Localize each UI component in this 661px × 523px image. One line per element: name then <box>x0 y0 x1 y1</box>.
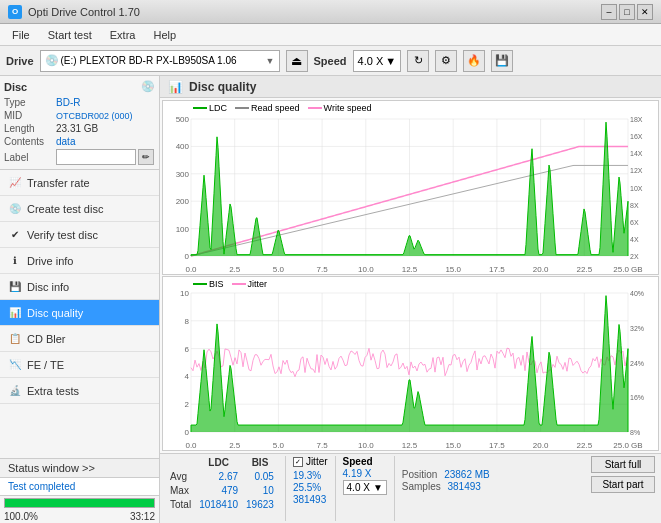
type-value: BD-R <box>56 97 80 108</box>
speed-dropdown-value: 4.0 X <box>347 482 370 493</box>
nav-extra-tests[interactable]: 🔬 Extra tests <box>0 378 159 404</box>
nav-verify-test-disc[interactable]: ✔ Verify test disc <box>0 222 159 248</box>
position-value: 23862 MB <box>444 469 490 480</box>
charts-area: LDC Read speed Write speed <box>160 98 661 453</box>
jitter-checkbox[interactable]: ✓ <box>293 457 303 467</box>
title-bar: O Opti Drive Control 1.70 – □ ✕ <box>0 0 661 24</box>
type-label: Type <box>4 97 56 108</box>
ldc-legend: LDC Read speed Write speed <box>193 103 371 113</box>
jitter-header-row: ✓ Jitter <box>293 456 328 467</box>
speed-label: Speed <box>314 55 347 67</box>
max-bis: 10 <box>242 484 278 498</box>
nav-create-test-disc[interactable]: 💿 Create test disc <box>0 196 159 222</box>
menu-extra[interactable]: Extra <box>102 27 144 43</box>
app-icon: O <box>8 5 22 19</box>
menu-file[interactable]: File <box>4 27 38 43</box>
menu-start-test[interactable]: Start test <box>40 27 100 43</box>
ldc-legend-item: LDC <box>193 103 227 113</box>
read-speed-legend-item: Read speed <box>235 103 300 113</box>
sidebar: Disc 💿 Type BD-R MID OTCBDR002 (000) Len… <box>0 76 160 523</box>
menu-bar: File Start test Extra Help <box>0 24 661 46</box>
settings-button[interactable]: ⚙ <box>435 50 457 72</box>
samples-value: 381493 <box>448 481 481 492</box>
jitter-section: ✓ Jitter 19.3% 25.5% 381493 <box>293 456 328 505</box>
total-bis: 19623 <box>242 498 278 512</box>
divider-3 <box>394 456 395 521</box>
nav-transfer-rate[interactable]: 📈 Transfer rate <box>0 170 159 196</box>
minimize-button[interactable]: – <box>601 4 617 20</box>
menu-help[interactable]: Help <box>145 27 184 43</box>
total-ldc: 1018410 <box>195 498 242 512</box>
jitter-samples: 381493 <box>293 494 326 505</box>
disc-panel-title: Disc <box>4 81 27 93</box>
speed-dropdown[interactable]: 4.0 X ▼ <box>343 480 387 495</box>
jitter-samples-row: 381493 <box>293 494 328 505</box>
avg-speed-row: 4.19 X <box>343 468 387 479</box>
nav-disc-quality[interactable]: 📊 Disc quality <box>0 300 159 326</box>
status-bar: Status window >> Test completed 100.0% 3… <box>0 458 159 523</box>
transfer-rate-icon: 📈 <box>8 176 22 190</box>
label-edit-button[interactable]: ✏ <box>138 149 154 165</box>
avg-ldc: 2.67 <box>195 470 242 484</box>
jitter-max: 25.5% <box>293 482 321 493</box>
max-ldc: 479 <box>195 484 242 498</box>
avg-bis: 0.05 <box>242 470 278 484</box>
position-label: Position <box>402 469 438 480</box>
window-controls: – □ ✕ <box>601 4 653 20</box>
stats-bar: LDC BIS Avg 2.67 0.05 Max 479 10 Total 1… <box>160 453 661 523</box>
jitter-label: Jitter <box>306 456 328 467</box>
length-label: Length <box>4 123 56 134</box>
progress-percent: 100.0% <box>4 511 38 522</box>
stats-table: LDC BIS Avg 2.67 0.05 Max 479 10 Total 1… <box>166 456 278 512</box>
mid-value: OTCBDR002 (000) <box>56 111 133 121</box>
write-speed-legend-item: Write speed <box>308 103 372 113</box>
bis-canvas <box>163 277 658 450</box>
ldc-header: LDC <box>195 456 242 470</box>
ldc-chart: LDC Read speed Write speed <box>162 100 659 275</box>
drive-select-arrow: ▼ <box>266 56 275 66</box>
start-full-button[interactable]: Start full <box>591 456 655 473</box>
label-input[interactable] <box>56 149 136 165</box>
burn-button[interactable]: 🔥 <box>463 50 485 72</box>
position-section: Position 23862 MB Samples 381493 <box>402 456 490 492</box>
maximize-button[interactable]: □ <box>619 4 635 20</box>
total-label: Total <box>166 498 195 512</box>
speed-select[interactable]: 4.0 X ▼ <box>353 50 402 72</box>
jitter-avg: 19.3% <box>293 470 321 481</box>
refresh-button[interactable]: ↻ <box>407 50 429 72</box>
jitter-avg-row: 19.3% <box>293 470 328 481</box>
save-button[interactable]: 💾 <box>491 50 513 72</box>
bis-header: BIS <box>242 456 278 470</box>
verify-test-disc-icon: ✔ <box>8 228 22 242</box>
bis-color <box>193 283 207 285</box>
nav-fe-te[interactable]: 📉 FE / TE <box>0 352 159 378</box>
drive-select[interactable]: 💿 (E:) PLEXTOR BD-R PX-LB950SA 1.06 ▼ <box>40 50 280 72</box>
create-test-disc-icon: 💿 <box>8 202 22 216</box>
bis-chart: BIS Jitter <box>162 276 659 451</box>
mid-label: MID <box>4 110 56 121</box>
progress-bar-fill <box>5 499 154 507</box>
disc-info-icon: 💾 <box>8 280 22 294</box>
read-speed-color <box>235 107 249 109</box>
status-window-button[interactable]: Status window >> <box>0 459 159 478</box>
disc-quality-icon: 📊 <box>8 306 22 320</box>
length-value: 23.31 GB <box>56 123 98 134</box>
speed-value: 4.0 X <box>358 55 384 67</box>
toolbar: Drive 💿 (E:) PLEXTOR BD-R PX-LB950SA 1.0… <box>0 46 661 76</box>
close-button[interactable]: ✕ <box>637 4 653 20</box>
eject-button[interactable]: ⏏ <box>286 50 308 72</box>
jitter-color <box>232 283 246 285</box>
speed-header: Speed <box>343 456 387 467</box>
jitter-legend-item: Jitter <box>232 279 268 289</box>
start-part-button[interactable]: Start part <box>591 476 655 493</box>
status-bottom: 100.0% 33:12 <box>0 510 159 523</box>
chart-header: 📊 Disc quality <box>160 76 661 98</box>
avg-speed-value: 4.19 X <box>343 468 372 479</box>
contents-label: Contents <box>4 136 56 147</box>
nav-drive-info[interactable]: ℹ Drive info <box>0 248 159 274</box>
disc-icon: 💿 <box>141 80 155 93</box>
nav-disc-info[interactable]: 💾 Disc info <box>0 274 159 300</box>
status-text: Test completed <box>0 478 159 496</box>
nav-cd-bler[interactable]: 📋 CD Bler <box>0 326 159 352</box>
jitter-max-row: 25.5% <box>293 482 328 493</box>
